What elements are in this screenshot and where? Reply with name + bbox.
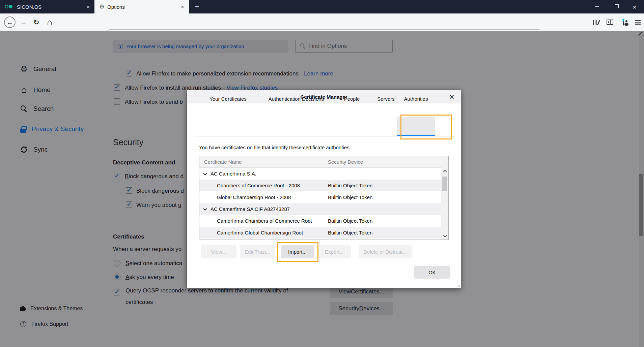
table-row[interactable]: Camerfirma Chambers of Commerce RootBuil… [199,215,441,227]
page-content: ⚙ General ⌂ Home Search Privacy & Securi… [0,31,644,347]
certificate-table-rows: AC Camerfirma S.A.Chambers of Commerce R… [199,168,441,240]
tab-title: Options [107,4,125,10]
table-row[interactable]: Camerfirma Global Chambersign RootBuilti… [199,227,441,239]
reload-button[interactable]: ↻ [30,13,43,31]
home-button[interactable]: ⌂ [43,13,56,31]
sidebar-panel-icon [607,20,613,25]
library-icon [593,20,600,25]
close-button[interactable]: × [625,0,644,13]
chevron-down-icon[interactable] [203,171,207,175]
tab-authorities[interactable]: Authorities [404,96,428,102]
back-icon: ← [4,17,16,28]
dialog-close-button[interactable]: ✕ [447,93,456,101]
column-certificate-name[interactable]: Certificate Name [204,159,242,165]
delete-or-distrust-button[interactable]: Delete or Distrust... [359,245,412,258]
certificate-name: Chambers of Commerce Root - 2008 [217,183,328,188]
tab-your-certificates[interactable]: Your Certificates [209,96,247,102]
navigation-toolbar: ← → ↻ ⌂ Firefox about:preferences#privac… [0,13,644,31]
gear-favicon-icon: ⚙ [99,4,105,10]
account-button[interactable] [617,13,629,31]
tab-bar: SICON.OS × ⚙ Options × + × [0,0,644,13]
table-header[interactable]: Certificate Name Security Device [199,156,448,168]
tab-close-icon[interactable]: × [86,4,90,10]
hamburger-menu-icon [635,20,641,24]
browser-window: SICON.OS × ⚙ Options × + × ← → ↻ ⌂ [0,0,644,347]
column-separator[interactable] [324,159,324,165]
back-button[interactable]: ← [3,13,17,31]
sidebars-button[interactable] [604,13,616,31]
security-device: Builtin Object Token [328,183,372,188]
scroll-up-icon[interactable] [443,170,447,174]
reload-icon: ↻ [34,19,39,26]
column-security-device[interactable]: Security Device [328,159,363,165]
tab-sicon-os[interactable]: SICON.OS × [0,0,94,13]
home-icon: ⌂ [47,18,52,27]
dialog-intro-text: You have certificates on file that ident… [199,145,349,150]
security-device: Builtin Object Token [328,230,372,235]
minimize-button[interactable] [587,0,606,13]
minimize-icon [595,6,599,7]
security-device: Builtin Object Token [328,218,372,224]
tab-servers[interactable]: Servers [377,96,395,102]
tab-title: SICON.OS [17,4,41,10]
scroll-down-icon[interactable] [443,233,447,237]
group-name: AC Camerfirma S.A. [211,171,256,177]
table-row[interactable]: AC Camerfirma S.A. [199,168,441,180]
annotation-authorities-tab [400,115,452,139]
tab-options[interactable]: ⚙ Options × [94,0,189,13]
sicon-os-favicon-icon [5,5,13,9]
library-button[interactable] [590,13,603,31]
menu-button[interactable] [632,13,644,31]
group-name: AC Camerfirma SA CIF A82743287 [211,206,290,212]
security-device: Builtin Object Token [328,194,372,200]
restore-button[interactable] [606,0,625,13]
certificate-name: Global Chambersign Root - 2008 [217,194,328,200]
resize-grip[interactable] [456,284,460,287]
certificate-name: Camerfirma Global Chambersign Root [217,230,328,235]
table-scrollbar[interactable] [441,156,448,240]
close-icon: × [633,3,637,10]
annotation-import-button [277,242,318,262]
tab-authentication-decisions[interactable]: Authentication Decisions [269,96,324,102]
edit-trust-button[interactable]: Edit Trust... [240,245,275,258]
table-row[interactable]: Chambers of Commerce Root - 2008Builtin … [199,180,441,191]
ok-button[interactable]: OK [414,266,450,279]
forward-icon: → [21,19,27,26]
certificate-name: Camerfirma Chambers of Commerce Root [217,218,328,224]
tab-people[interactable]: People [344,96,360,102]
table-scrollbar-thumb[interactable] [442,177,447,191]
export-button[interactable]: Export... [317,245,351,258]
window-controls: × [587,0,644,13]
tab-close-icon[interactable]: × [181,4,184,10]
table-row[interactable]: Global Chambersign Root - 2008Builtin Ob… [199,191,441,203]
certificate-table: Certificate Name Security Device AC Came… [199,156,449,240]
table-row[interactable]: AC Camerfirma SA CIF A82743287 [199,203,441,215]
new-tab-button[interactable]: + [192,2,202,11]
restore-icon [614,6,617,9]
notification-badge [622,19,625,21]
view-button[interactable]: View... [201,245,236,258]
chevron-down-icon[interactable] [203,207,207,210]
forward-button[interactable]: → [18,13,30,31]
